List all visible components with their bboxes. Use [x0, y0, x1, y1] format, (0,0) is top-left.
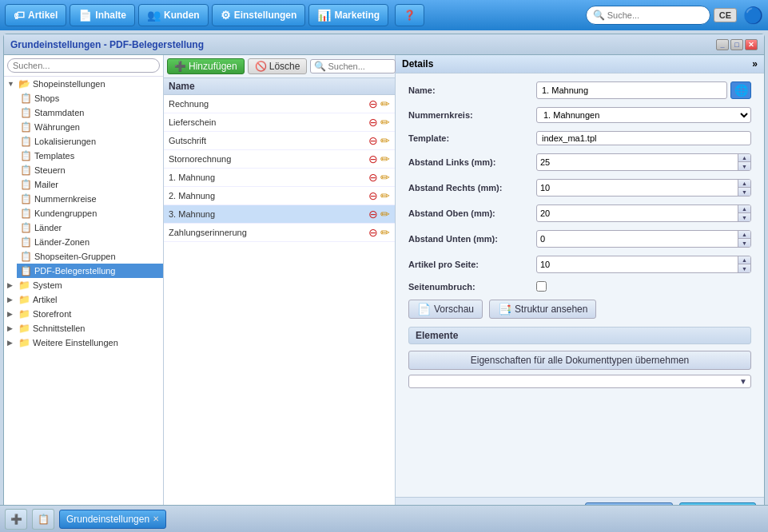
delete-row-button[interactable]: ⊖	[368, 116, 378, 129]
sidebar-item-laender-zonen[interactable]: 📋 Länder-Zonen	[17, 235, 163, 249]
sidebar-item-kundengruppen[interactable]: 📋 Kundengruppen	[17, 206, 163, 220]
edit-row-button[interactable]: ✏	[380, 208, 390, 220]
table-row[interactable]: Gutschrift ⊖ ✏	[164, 132, 395, 150]
delete-row-button[interactable]: ⊖	[368, 153, 378, 165]
einstellungen-button[interactable]: ⚙ Einstellungen	[212, 4, 306, 26]
struktur-button[interactable]: 📑 Struktur ansehen	[489, 300, 596, 319]
name-input[interactable]	[536, 81, 727, 99]
taskbar-button-1[interactable]: ➕	[5, 509, 27, 530]
nummernkreis-select[interactable]: 1. Mahnungen	[536, 107, 751, 123]
artikel-icon: 🏷	[14, 9, 25, 22]
taskbar-icon-1: ➕	[10, 514, 22, 525]
table-row[interactable]: Stornorechnung ⊖ ✏	[164, 150, 395, 169]
table-row[interactable]: Rechnung ⊖ ✏	[164, 95, 395, 113]
abstand-links-input[interactable]	[537, 156, 738, 169]
edit-row-button[interactable]: ✏	[380, 171, 390, 184]
spin-up-button[interactable]: ▲	[738, 180, 750, 188]
sidebar-item-system[interactable]: ▶ 📁 System	[4, 278, 163, 292]
spin-up-button[interactable]: ▲	[738, 154, 750, 162]
table-row[interactable]: 1. Mahnung ⊖ ✏	[164, 169, 395, 187]
delete-row-button[interactable]: ⊖	[368, 208, 378, 220]
sidebar-item-pdf-belegerstellung[interactable]: 📋 PDF-Belegerstellung	[17, 264, 163, 278]
spin-down-button[interactable]: ▼	[738, 264, 750, 272]
abstand-rechts-label: Abstand Rechts (mm):	[408, 183, 536, 193]
edit-row-button[interactable]: ✏	[380, 226, 390, 239]
template-field-value	[536, 131, 751, 145]
name-lang-button[interactable]: 🌐	[730, 81, 751, 99]
taskbar-tab-grundeinstellungen[interactable]: Grundeinstellungen ✕	[59, 510, 166, 529]
apply-all-button[interactable]: Eigenschaften für alle Dokumenttypen übe…	[408, 351, 751, 370]
toolbar-search[interactable]: 🔍	[586, 6, 710, 25]
delete-row-button[interactable]: ⊖	[368, 171, 378, 184]
abstand-rechts-input[interactable]	[537, 181, 738, 194]
spin-down-button[interactable]: ▼	[738, 188, 750, 196]
marketing-button[interactable]: 📊 Marketing	[308, 4, 388, 26]
kunden-label: Kunden	[164, 10, 200, 21]
middle-search[interactable]: 🔍	[310, 59, 396, 73]
search-input[interactable]	[607, 10, 703, 20]
edit-row-button[interactable]: ✏	[380, 153, 390, 165]
abstand-unten-input[interactable]	[537, 232, 738, 245]
spin-down-button[interactable]: ▼	[738, 162, 750, 170]
sidebar-item-lokalisierungen[interactable]: 📋 Lokalisierungen	[17, 134, 163, 149]
artikel-button[interactable]: 🏷 Artikel	[5, 4, 66, 26]
inhalte-label: Inhalte	[95, 10, 126, 21]
window-title: Grundeinstellungen - PDF-Belegerstellung	[10, 39, 204, 50]
sidebar-search-input[interactable]	[7, 58, 160, 73]
row-name: 2. Mahnung	[169, 191, 368, 200]
table-row[interactable]: 3. Mahnung ⊖ ✏	[164, 205, 395, 224]
add-button[interactable]: ➕ Hinzufügen	[167, 58, 245, 74]
middle-search-input[interactable]	[328, 62, 392, 71]
sidebar-item-steuern[interactable]: 📋 Steuern	[17, 163, 163, 177]
close-button[interactable]: ✕	[745, 39, 758, 50]
table-row[interactable]: Lieferschein ⊖ ✏	[164, 113, 395, 132]
maximize-button[interactable]: □	[730, 39, 743, 50]
delete-row-button[interactable]: ⊖	[368, 226, 378, 239]
edit-row-button[interactable]: ✏	[380, 116, 390, 129]
sidebar-item-artikel[interactable]: ▶ 📁 Artikel	[4, 292, 163, 307]
abstand-oben-input[interactable]	[537, 207, 738, 220]
spin-down-button[interactable]: ▼	[738, 213, 750, 221]
sidebar-item-schnittstellen[interactable]: ▶ 📁 Schnittstellen	[4, 321, 163, 335]
folder-icon: 📁	[18, 308, 30, 320]
taskbar-tab-close-button[interactable]: ✕	[153, 514, 159, 523]
sidebar-item-shopseiten-gruppen[interactable]: 📋 Shopseiten-Gruppen	[17, 249, 163, 264]
spin-up-button[interactable]: ▲	[738, 231, 750, 239]
sidebar-item-mailer[interactable]: 📋 Mailer	[17, 177, 163, 192]
spin-down-button[interactable]: ▼	[738, 239, 750, 247]
edit-row-button[interactable]: ✏	[380, 189, 390, 202]
sidebar-item-laender[interactable]: 📋 Länder	[17, 220, 163, 235]
spin-up-button[interactable]: ▲	[738, 205, 750, 213]
taskbar-button-2[interactable]: 📋	[32, 509, 54, 530]
toggle-icon: ▶	[7, 310, 18, 318]
elements-dropdown[interactable]: ▼	[408, 375, 751, 388]
collapse-icon[interactable]: »	[752, 58, 758, 69]
table-row[interactable]: Zahlungserinnerung ⊖ ✏	[164, 224, 395, 242]
sidebar-item-templates[interactable]: 📋 Templates	[17, 149, 163, 163]
template-input[interactable]	[536, 131, 751, 145]
sidebar-item-waehrungen[interactable]: 📋 Währungen	[17, 120, 163, 134]
edit-row-button[interactable]: ✏	[380, 97, 390, 110]
sidebar-item-nummernkreise[interactable]: 📋 Nummernkreise	[17, 192, 163, 206]
sidebar-item-storefront[interactable]: ▶ 📁 Storefront	[4, 307, 163, 321]
vorschau-button[interactable]: 📄 Vorschau	[408, 300, 483, 319]
seitenumbruch-checkbox[interactable]	[536, 281, 547, 292]
sidebar-item-stammdaten[interactable]: 📋 Stammdaten	[17, 105, 163, 120]
sidebar-item-shops[interactable]: 📋 Shops	[17, 91, 163, 105]
sidebar-item-weitere-einstellungen[interactable]: ▶ 📁 Weitere Einstellungen	[4, 335, 163, 350]
delete-row-button[interactable]: ⊖	[368, 189, 378, 202]
help-button[interactable]: ❓	[395, 4, 424, 26]
delete-row-button[interactable]: ⊖	[368, 97, 378, 110]
edit-row-button[interactable]: ✏	[380, 134, 390, 147]
table-row[interactable]: 2. Mahnung ⊖ ✏	[164, 187, 395, 205]
elements-title: Elemente	[416, 330, 458, 341]
spin-up-button[interactable]: ▲	[738, 256, 750, 264]
kunden-button[interactable]: 👥 Kunden	[138, 4, 209, 26]
sidebar-item-shopeinstellungen[interactable]: ▼ 📂 Shopeinstellungen	[4, 77, 163, 91]
inhalte-button[interactable]: 📄 Inhalte	[70, 4, 135, 26]
artikel-seite-input[interactable]	[537, 258, 738, 271]
minimize-button[interactable]: _	[716, 39, 729, 50]
delete-row-button[interactable]: ⊖	[368, 134, 378, 147]
delete-button[interactable]: 🚫 Lösche	[248, 58, 308, 74]
abstand-rechts-field-row: Abstand Rechts (mm): ▲ ▼	[408, 179, 751, 197]
